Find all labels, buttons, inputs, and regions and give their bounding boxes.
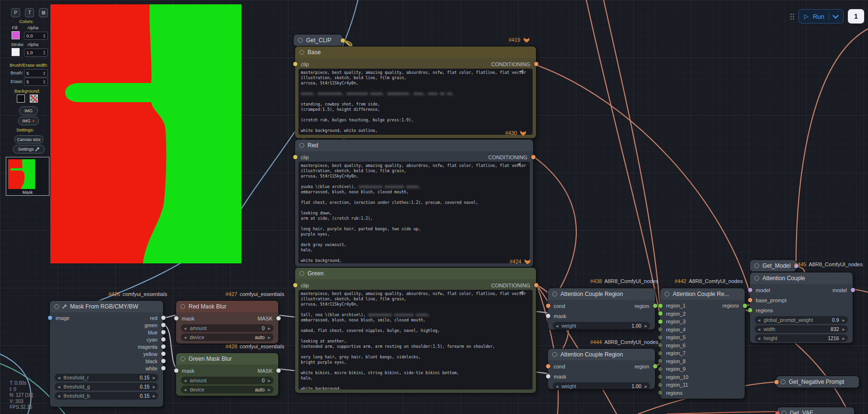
output-port-regions[interactable] xyxy=(743,304,747,308)
node-get-clip[interactable]: Get_CLIP xyxy=(294,35,343,46)
img-button[interactable]: IMG xyxy=(19,106,38,115)
node-attention-couple-regions[interactable]: Attention Couple Re... region_1regionsre… xyxy=(660,288,745,399)
input-port-region_1[interactable] xyxy=(658,304,663,308)
background-transparent-swatch[interactable] xyxy=(30,95,38,103)
paint-canvas[interactable] xyxy=(50,4,241,263)
output-port-red[interactable] xyxy=(161,316,166,320)
left-arrow-icon[interactable]: ◀ xyxy=(758,337,760,340)
left-arrow-icon[interactable]: ◀ xyxy=(556,385,558,388)
collapse-dot-icon[interactable] xyxy=(754,276,759,281)
right-arrow-icon[interactable]: ▶ xyxy=(645,324,647,328)
tool-button-clear[interactable]: ⊠ xyxy=(39,8,48,17)
input-port-cond[interactable] xyxy=(546,364,550,368)
output-port-conditioning[interactable] xyxy=(774,380,779,384)
widget-threshold_b[interactable]: ◀threshold_b0.15▶ xyxy=(55,392,158,400)
widget-width[interactable]: ◀width832▶ xyxy=(755,325,848,333)
node-attention-couple-region-2[interactable]: Attention Couple Region cond region mask… xyxy=(548,349,655,389)
input-port-region_7[interactable] xyxy=(658,351,663,355)
collapse-dot-icon[interactable] xyxy=(299,143,304,148)
mask-preview-panel[interactable]: Mask xyxy=(6,157,49,196)
input-port-clip[interactable] xyxy=(293,283,297,287)
input-port-region_6[interactable] xyxy=(658,343,663,347)
background-black-swatch[interactable] xyxy=(17,95,25,103)
collapse-dot-icon[interactable] xyxy=(782,411,786,414)
output-port-cyan[interactable] xyxy=(161,337,166,342)
widget-amount[interactable]: ◀amount0▶ xyxy=(181,324,273,332)
input-port-cond[interactable] xyxy=(546,304,550,308)
widget-device[interactable]: ◀deviceauto▶ xyxy=(181,333,273,341)
output-port-blue[interactable] xyxy=(161,330,166,334)
node-title[interactable]: Red Mask Blur xyxy=(176,301,278,312)
node-get-model[interactable]: Get_Model xyxy=(750,260,796,272)
right-arrow-icon[interactable]: ▶ xyxy=(645,385,647,388)
collapse-dot-icon[interactable] xyxy=(299,50,304,55)
output-port-model[interactable] xyxy=(851,288,855,292)
right-arrow-icon[interactable]: ▶ xyxy=(268,379,271,382)
canvas-size-button[interactable]: Canvas size xyxy=(14,135,43,143)
widget-height[interactable]: ◀height1216▶ xyxy=(755,334,848,342)
queue-count[interactable]: 1 xyxy=(848,9,864,24)
node-title[interactable]: Attention Couple Re... xyxy=(660,288,745,300)
node-red-prompt[interactable]: Red clip CONDITIONING masterpiece, best … xyxy=(295,140,533,267)
right-arrow-icon[interactable]: ▶ xyxy=(268,336,271,339)
input-port-clip[interactable] xyxy=(293,62,297,66)
prompt-textarea[interactable]: masterpiece, best quality, amazing quali… xyxy=(298,162,530,263)
collapse-dot-icon[interactable] xyxy=(54,304,59,309)
input-port-region_3[interactable] xyxy=(658,319,663,324)
node-title[interactable]: Get_Model xyxy=(750,260,796,272)
input-port-mask[interactable] xyxy=(174,316,178,320)
collapse-dot-icon[interactable] xyxy=(754,263,759,268)
node-attention-couple[interactable]: Attention Couple model model base_prompt… xyxy=(750,272,853,343)
right-arrow-icon[interactable]: ▶ xyxy=(268,388,271,391)
left-arrow-icon[interactable]: ◀ xyxy=(184,379,186,382)
input-port-regions[interactable] xyxy=(748,308,752,312)
input-port-mask[interactable] xyxy=(546,374,550,379)
stepper-arrows-icon[interactable]: ▲▼ xyxy=(43,34,46,38)
output-port-region[interactable] xyxy=(653,304,657,308)
widget-weight[interactable]: ◀weight1.00▶ xyxy=(553,322,650,330)
node-title[interactable]: Get_VAE xyxy=(777,407,854,414)
collapse-dot-icon[interactable] xyxy=(180,356,185,361)
stroke-color-swatch[interactable] xyxy=(12,48,20,56)
input-port-regions[interactable] xyxy=(658,390,663,395)
tool-button-text[interactable]: T xyxy=(25,8,34,17)
node-title[interactable]: Get_CLIP xyxy=(294,35,343,46)
output-port-yellow[interactable] xyxy=(161,352,166,356)
input-port-image[interactable] xyxy=(48,316,52,320)
output-port-mask[interactable] xyxy=(276,316,281,320)
collapse-dot-icon[interactable] xyxy=(781,379,785,384)
input-port-clip[interactable] xyxy=(293,155,297,159)
left-arrow-icon[interactable]: ◀ xyxy=(58,376,60,379)
node-title[interactable]: Red xyxy=(295,140,533,151)
node-get-negative-prompt[interactable]: Get_Negative Prompt xyxy=(776,376,859,388)
widget-global_prompt_weight[interactable]: ◀global_prompt_weight0.9▶ xyxy=(755,316,848,324)
node-title[interactable]: Green xyxy=(295,268,536,279)
output-port-conditioning[interactable] xyxy=(534,283,538,287)
node-title[interactable]: Green Mask Blur xyxy=(176,353,278,365)
stepper-arrows-icon[interactable]: ▲▼ xyxy=(43,71,46,75)
widget-weight[interactable]: ◀weight1.00▶ xyxy=(553,382,650,390)
right-arrow-icon[interactable]: ▶ xyxy=(268,327,271,330)
right-arrow-icon[interactable]: ▶ xyxy=(843,337,845,340)
input-port-region_4[interactable] xyxy=(658,327,663,331)
left-arrow-icon[interactable]: ◀ xyxy=(184,388,186,391)
output-port-conditioning[interactable] xyxy=(531,155,535,159)
widget-threshold_r[interactable]: ◀threshold_r0.15▶ xyxy=(55,374,158,381)
output-port-white[interactable] xyxy=(161,366,166,370)
left-arrow-icon[interactable]: ◀ xyxy=(58,394,60,398)
left-arrow-icon[interactable]: ◀ xyxy=(556,324,558,328)
stroke-alpha-spinner[interactable]: 1.0 ▲▼ xyxy=(24,48,48,57)
comfyui-graph-canvas[interactable]: { "colors":{ "background":"#191c22","wir… xyxy=(0,0,868,414)
input-port-region_2[interactable] xyxy=(658,311,663,316)
erase-width-spinner[interactable]: 5 ▲▼ xyxy=(24,78,48,86)
stepper-arrows-icon[interactable]: ▲▼ xyxy=(43,80,46,84)
fill-color-swatch[interactable] xyxy=(12,31,20,39)
stepper-arrows-icon[interactable]: ▲▼ xyxy=(43,50,46,55)
prompt-textarea[interactable]: masterpiece, best quality, amazing quali… xyxy=(298,290,533,390)
right-arrow-icon[interactable]: ▶ xyxy=(153,385,155,389)
mask-thumbnail[interactable] xyxy=(8,159,35,189)
right-arrow-icon[interactable]: ▶ xyxy=(843,328,845,331)
input-port-region_11[interactable] xyxy=(658,383,663,387)
node-red-mask-blur[interactable]: Red Mask Blur mask MASK ◀amount0▶◀device… xyxy=(176,301,278,343)
widget-amount[interactable]: ◀amount0▶ xyxy=(181,377,273,384)
